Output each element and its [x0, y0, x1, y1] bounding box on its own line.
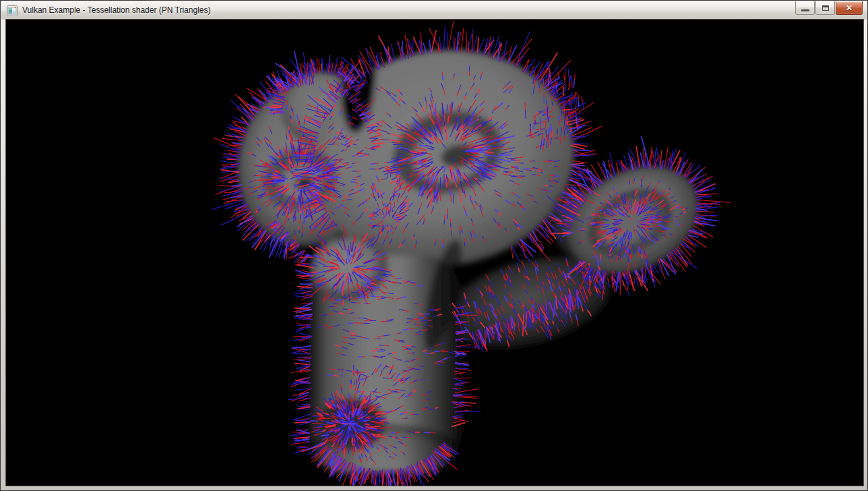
close-button[interactable]: ✕ — [836, 1, 863, 15]
title-bar[interactable]: Vulkan Example - Tessellation shader (PN… — [1, 1, 867, 20]
render-viewport[interactable] — [6, 20, 863, 486]
app-icon[interactable] — [7, 5, 18, 16]
window-title: Vulkan Example - Tessellation shader (PN… — [22, 1, 210, 20]
app-window: Vulkan Example - Tessellation shader (PN… — [0, 0, 868, 491]
close-icon: ✕ — [846, 2, 852, 14]
suzanne-tessellation-render — [6, 20, 863, 486]
minimize-button[interactable] — [795, 1, 815, 15]
minimize-icon — [801, 9, 809, 11]
maximize-button[interactable] — [815, 1, 835, 15]
maximize-icon — [822, 5, 829, 11]
caption-buttons: ✕ — [795, 1, 863, 15]
